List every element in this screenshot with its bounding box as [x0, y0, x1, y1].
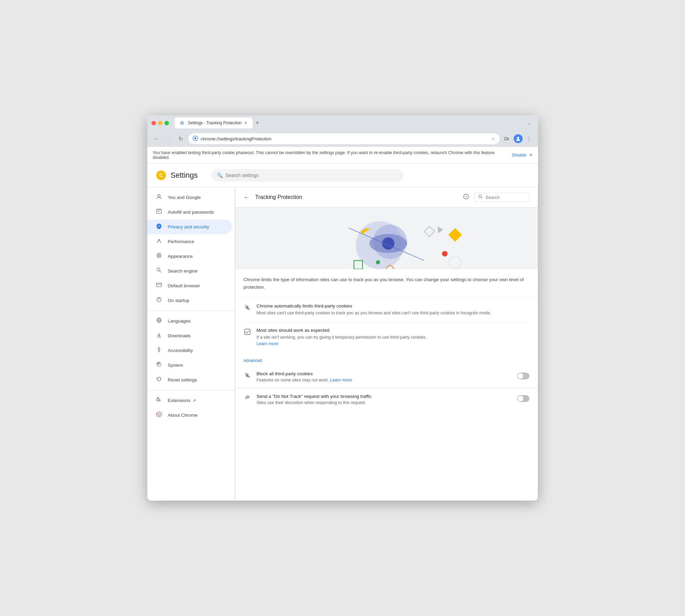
svg-point-50	[376, 260, 380, 264]
info-bar-close[interactable]: ×	[529, 152, 532, 158]
sidebar-label-appearance: Appearance	[168, 254, 193, 259]
advanced-dnt-row: Send a "Do Not Track" request with your …	[235, 388, 538, 411]
checkbox-icon	[244, 328, 251, 336]
panel-back-button[interactable]: ←	[244, 194, 250, 201]
sidebar-label-performance: Performance	[168, 239, 194, 244]
maximize-traffic-light[interactable]	[164, 121, 169, 125]
forward-button[interactable]: →	[164, 134, 173, 143]
reload-button[interactable]: ↻	[176, 134, 186, 143]
dnt-toggle[interactable]	[517, 395, 529, 402]
search-engine-icon	[156, 267, 162, 275]
sidebar-item-you-and-google[interactable]: You and Google	[147, 190, 232, 205]
eye-slash-icon2	[244, 372, 251, 379]
tab-favicon: ⚙	[180, 120, 185, 126]
sidebar-item-extensions[interactable]: Extensions ↗	[147, 393, 232, 408]
sidebar-item-accessibility[interactable]: Accessibility	[147, 343, 232, 358]
option-auto-limit-title: Chrome automatically limits third-party …	[257, 303, 529, 309]
bookmark-star[interactable]: ☆	[491, 136, 496, 141]
performance-icon	[156, 238, 162, 246]
settings-header: C Settings 🔍	[147, 164, 538, 187]
tab-close-button[interactable]: ×	[244, 120, 247, 126]
option-most-sites-desc: If a site isn't working, you can try giv…	[257, 334, 529, 347]
settings-content: You and Google Autofill and passwords Pr…	[147, 187, 538, 501]
minimize-traffic-light[interactable]	[158, 121, 162, 125]
info-bar: You have enabled testing third-party coo…	[147, 147, 538, 164]
appearance-icon	[156, 252, 162, 260]
sidebar-label-on-startup: On startup	[168, 298, 189, 303]
sidebar-item-appearance[interactable]: Appearance	[147, 249, 232, 264]
on-startup-icon	[156, 297, 162, 304]
advanced-dnt-text: Send a "Do Not Track" request with your …	[257, 394, 512, 405]
sidebar-item-reset-settings[interactable]: Reset settings	[147, 373, 232, 387]
sidebar-item-system[interactable]: System	[147, 358, 232, 373]
svg-line-28	[159, 351, 160, 352]
sidebar: You and Google Autofill and passwords Pr…	[147, 187, 235, 501]
sidebar-item-downloads[interactable]: Downloads	[147, 328, 232, 343]
settings-search-input[interactable]	[225, 173, 398, 178]
sidebar-label-accessibility: Accessibility	[168, 348, 193, 353]
svg-point-52	[442, 251, 448, 256]
svg-rect-7	[156, 209, 161, 214]
sidebar-label-about-chrome: About Chrome	[168, 413, 198, 418]
sidebar-label-you-and-google: You and Google	[168, 195, 201, 200]
advanced-dnt-desc: Sites use their discretion when respondi…	[257, 400, 512, 405]
sidebar-divider-2	[147, 390, 235, 390]
svg-text:C: C	[159, 173, 162, 178]
panel-search-icon	[478, 194, 483, 200]
new-tab-button[interactable]: +	[253, 118, 262, 128]
disable-link[interactable]: Disable	[512, 153, 526, 158]
hero-illustration	[235, 208, 538, 269]
sidebar-item-languages[interactable]: Languages	[147, 314, 232, 328]
svg-point-24	[158, 347, 160, 349]
panel-help-button[interactable]: ?	[463, 193, 469, 201]
svg-point-10	[158, 239, 160, 241]
sidebar-item-privacy[interactable]: Privacy and security	[147, 219, 232, 234]
block-all-toggle[interactable]	[517, 373, 529, 379]
svg-point-32	[158, 413, 160, 415]
panel-search-input[interactable]	[486, 195, 520, 200]
extensions-button[interactable]	[502, 134, 512, 143]
main-panel: ← Tracking Protection ?	[235, 187, 538, 501]
menu-button[interactable]: ⋮	[524, 134, 534, 143]
profile-button[interactable]	[513, 134, 523, 143]
active-tab[interactable]: ⚙ Settings - Tracking Protection ×	[174, 117, 253, 128]
sidebar-item-performance[interactable]: Performance	[147, 234, 232, 249]
learn-more-link-2[interactable]: Learn more	[330, 378, 352, 382]
advanced-block-all-row: Block all third-party cookies Features o…	[235, 366, 538, 388]
panel-search-bar[interactable]	[475, 193, 529, 202]
svg-line-40	[481, 197, 482, 198]
advanced-block-all-title: Block all third-party cookies	[257, 371, 512, 376]
reset-icon	[156, 376, 162, 384]
learn-more-link-1[interactable]: Learn more	[257, 341, 279, 346]
sidebar-label-default-browser: Default browser	[168, 283, 200, 288]
panel-intro: Chrome limits the type of information si…	[235, 269, 538, 298]
sidebar-item-search-engine[interactable]: Search engine	[147, 264, 232, 278]
share-icon	[244, 394, 251, 402]
languages-icon	[156, 317, 162, 325]
svg-point-11	[157, 253, 161, 258]
advanced-dnt-title: Send a "Do Not Track" request with your …	[257, 394, 512, 399]
sidebar-item-default-browser[interactable]: Default browser	[147, 278, 232, 293]
sidebar-label-extensions: Extensions	[168, 398, 191, 403]
sidebar-item-about-chrome[interactable]: About Chrome	[147, 408, 232, 423]
accessibility-icon	[156, 347, 162, 354]
option-auto-limit-text: Chrome automatically limits third-party …	[257, 303, 529, 316]
back-button[interactable]: ←	[151, 134, 161, 143]
svg-line-14	[159, 271, 161, 273]
option-most-sites-title: Most sites should work as expected	[257, 328, 529, 333]
advanced-block-all-desc: Features on some sites may not work. Lea…	[257, 378, 512, 382]
address-bar[interactable]: chrome://settings/trackingProtection ☆	[188, 133, 500, 144]
settings-search-bar[interactable]: 🔍	[211, 169, 403, 181]
option-auto-limit: Chrome automatically limits third-party …	[244, 298, 529, 322]
settings-logo: C	[156, 170, 167, 181]
tab-list-chevron[interactable]: ⌄	[528, 121, 534, 125]
sidebar-item-autofill[interactable]: Autofill and passwords	[147, 205, 232, 219]
nav-icons: ⋮	[502, 134, 534, 143]
option-auto-limit-desc: Most sites can't use third-party cookies…	[257, 310, 529, 316]
sidebar-label-autofill: Autofill and passwords	[168, 210, 214, 215]
default-browser-icon	[156, 282, 162, 290]
panel-header: ← Tracking Protection ?	[235, 187, 538, 208]
close-traffic-light[interactable]	[151, 121, 156, 125]
sidebar-item-on-startup[interactable]: On startup	[147, 293, 232, 308]
external-link-icon: ↗	[193, 398, 196, 403]
